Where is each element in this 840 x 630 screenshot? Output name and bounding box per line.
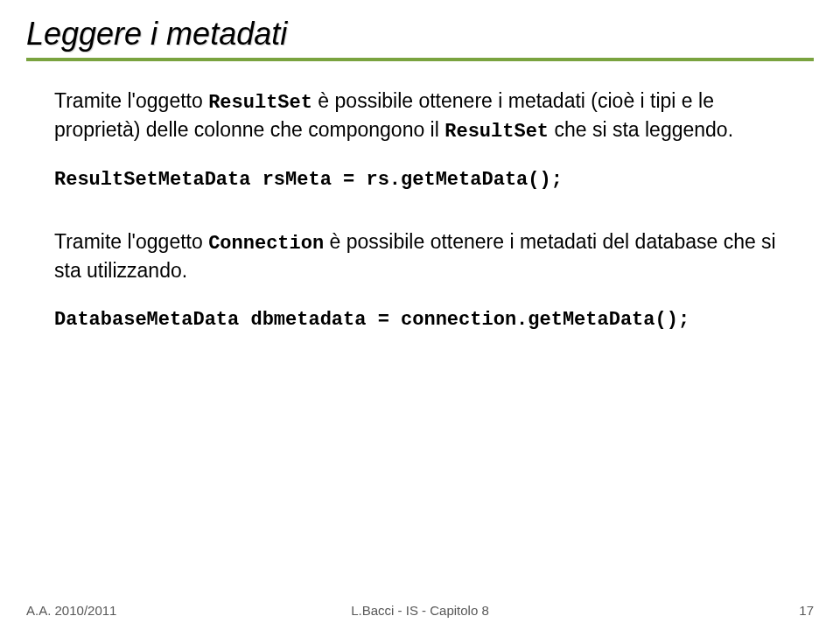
slide: Leggere i metadati Tramite l'oggetto Res… xyxy=(0,0,840,630)
paragraph-1: Tramite l'oggetto ResultSet è possibile … xyxy=(54,88,786,144)
title-area: Leggere i metadati xyxy=(0,0,840,52)
text: che si sta leggendo. xyxy=(549,118,733,141)
code-resultset: ResultSet xyxy=(444,121,549,143)
footer-center: L.Bacci - IS - Capitolo 8 xyxy=(0,603,840,618)
footer-page-number: 17 xyxy=(799,603,814,618)
code-resultset: ResultSet xyxy=(208,92,312,114)
text: Tramite l xyxy=(54,230,132,253)
text: Tramite l xyxy=(54,89,132,112)
code-line-2: DatabaseMetaData dbmetadata = connection… xyxy=(54,307,786,333)
paragraph-2: Tramite l'oggetto Connection è possibile… xyxy=(54,228,786,284)
text: oggetto xyxy=(136,230,208,253)
code-connection: Connection xyxy=(208,233,324,255)
page-title: Leggere i metadati xyxy=(26,16,814,52)
text: oggetto xyxy=(136,89,208,112)
content-area: Tramite l'oggetto ResultSet è possibile … xyxy=(0,61,840,332)
code-line-1: ResultSetMetaData rsMeta = rs.getMetaDat… xyxy=(54,167,786,193)
